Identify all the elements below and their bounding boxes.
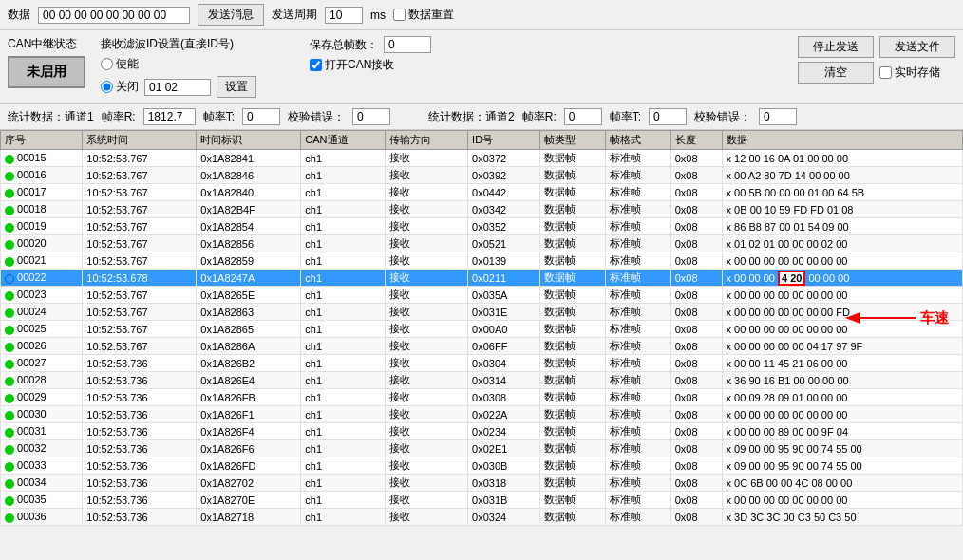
row-ts: 0x1A826F6 bbox=[197, 440, 301, 457]
filter-value-input[interactable] bbox=[144, 79, 211, 96]
row-ch: ch1 bbox=[301, 167, 386, 184]
table-row[interactable]: 0003310:52:53.7360x1A826FDch1接收0x030B数据帧… bbox=[1, 457, 963, 475]
stats2-frame-r-input[interactable] bbox=[564, 108, 602, 125]
table-row[interactable]: 0002110:52:53.7670x1A82859ch1接收0x0139数据帧… bbox=[1, 252, 963, 270]
stop-send-button[interactable]: 停止发送 bbox=[798, 36, 874, 58]
enable-radio[interactable] bbox=[101, 58, 113, 70]
table-row[interactable]: 0001710:52:53.7670x1A82840ch1接收0x0442数据帧… bbox=[1, 184, 963, 201]
table-row[interactable]: 0002410:52:53.7670x1A82863ch1接收0x031E数据帧… bbox=[1, 304, 963, 321]
row-ch: ch1 bbox=[301, 150, 386, 167]
table-row[interactable]: 0003410:52:53.7360x1A82702ch1接收0x0318数据帧… bbox=[1, 475, 963, 492]
table-row[interactable]: 0003110:52:53.7360x1A826F4ch1接收0x0234数据帧… bbox=[1, 423, 963, 440]
stats1-check-err-input[interactable] bbox=[352, 108, 390, 125]
col-len: 长度 bbox=[670, 131, 722, 150]
row-ftype: 数据帧 bbox=[540, 252, 606, 270]
table-row[interactable]: 0001910:52:53.7670x1A82854ch1接收0x0352数据帧… bbox=[1, 218, 963, 235]
table-row[interactable]: 0002610:52:53.7670x1A8286Ach1接收0x06FF数据帧… bbox=[1, 338, 963, 355]
set-filter-button[interactable]: 设置 bbox=[217, 76, 256, 98]
row-time: 10:52:53.767 bbox=[83, 218, 197, 235]
table-row[interactable]: 0003210:52:53.7360x1A826F6ch1接收0x02E1数据帧… bbox=[1, 440, 963, 457]
send-msg-button[interactable]: 发送消息 bbox=[198, 4, 264, 26]
table-row[interactable]: 0002810:52:53.7360x1A826E4ch1接收0x0314数据帧… bbox=[1, 372, 963, 389]
row-fformat: 标准帧 bbox=[605, 475, 670, 492]
row-dir: 接收 bbox=[386, 372, 468, 389]
row-ch: ch1 bbox=[301, 457, 386, 475]
table-row[interactable]: 0002910:52:53.7360x1A826FBch1接收0x0308数据帧… bbox=[1, 389, 963, 406]
row-len: 0x08 bbox=[670, 492, 722, 509]
period-input[interactable] bbox=[325, 7, 363, 24]
table-row[interactable]: 0001510:52:53.7670x1A82841ch1接收0x0372数据帧… bbox=[1, 150, 963, 167]
row-ch: ch1 bbox=[301, 184, 386, 201]
row-ftype: 数据帧 bbox=[540, 167, 606, 184]
row-len: 0x08 bbox=[670, 235, 722, 252]
row-dir: 接收 bbox=[386, 440, 468, 457]
row-seq: 00030 bbox=[1, 406, 83, 423]
row-ts: 0x1A826F1 bbox=[197, 406, 301, 423]
open-can-label[interactable]: 打开CAN接收 bbox=[310, 57, 394, 73]
stats2-check-err-label: 校验错误： bbox=[694, 109, 751, 125]
data-table-container: 序号 系统时间 时间标识 CAN通道 传输方向 ID号 帧类型 帧格式 长度 数… bbox=[0, 130, 963, 526]
table-row[interactable]: 0002310:52:53.7670x1A8265Ech1接收0x035A数据帧… bbox=[1, 287, 963, 304]
loop-checkbox[interactable] bbox=[393, 9, 406, 21]
row-len: 0x08 bbox=[670, 423, 722, 440]
row-len: 0x08 bbox=[670, 167, 722, 184]
can-status-button[interactable]: 未启用 bbox=[8, 56, 85, 88]
close-radio[interactable] bbox=[101, 81, 113, 93]
row-time: 10:52:53.767 bbox=[83, 252, 197, 270]
table-row[interactable]: 0001610:52:53.7670x1A82846ch1接收0x0392数据帧… bbox=[1, 167, 963, 184]
row-dir: 接收 bbox=[386, 389, 468, 406]
row-len: 0x08 bbox=[670, 304, 722, 321]
table-header-row: 序号 系统时间 时间标识 CAN通道 传输方向 ID号 帧类型 帧格式 长度 数… bbox=[1, 131, 963, 150]
row-id: 0x031E bbox=[468, 304, 540, 321]
addr-input[interactable] bbox=[38, 7, 190, 24]
clear-button[interactable]: 清空 bbox=[798, 62, 874, 84]
table-row[interactable]: 0002510:52:53.7670x1A82865ch1接收0x00A0数据帧… bbox=[1, 321, 963, 338]
loop-checkbox-label[interactable]: 数据重置 bbox=[393, 7, 454, 23]
table-row[interactable]: 0001810:52:53.7670x1A82B4Fch1接收0x0342数据帧… bbox=[1, 201, 963, 218]
row-ch: ch1 bbox=[301, 475, 386, 492]
realtime-save-checkbox[interactable] bbox=[879, 66, 892, 79]
stats2-frame-t-input[interactable] bbox=[649, 108, 687, 125]
row-len: 0x08 bbox=[670, 150, 722, 167]
row-ch: ch1 bbox=[301, 287, 386, 304]
row-dir: 接收 bbox=[386, 492, 468, 509]
row-dir: 接收 bbox=[386, 218, 468, 235]
table-row[interactable]: 0003610:52:53.7360x1A82718ch1接收0x0324数据帧… bbox=[1, 509, 963, 526]
data-prefix: x 00 00 00 bbox=[727, 272, 778, 284]
col-dir: 传输方向 bbox=[386, 131, 468, 150]
row-len: 0x08 bbox=[670, 201, 722, 218]
row-len: 0x08 bbox=[670, 338, 722, 355]
stats1-frame-t-input[interactable] bbox=[242, 108, 280, 125]
row-len: 0x08 bbox=[670, 389, 722, 406]
row-time: 10:52:53.736 bbox=[83, 355, 197, 372]
row-ts: 0x1A82840 bbox=[197, 184, 301, 201]
row-ts: 0x1A82854 bbox=[197, 218, 301, 235]
row-ftype: 数据帧 bbox=[540, 150, 606, 167]
row-seq: 00033 bbox=[1, 457, 83, 475]
col-sys-time: 系统时间 bbox=[83, 131, 197, 150]
realtime-save-label[interactable]: 实时存储 bbox=[879, 65, 940, 81]
open-can-checkbox[interactable] bbox=[310, 59, 322, 71]
close-radio-label[interactable]: 关闭 bbox=[101, 79, 139, 95]
row-seq: 00031 bbox=[1, 423, 83, 440]
row-ftype: 数据帧 bbox=[540, 287, 606, 304]
row-ftype: 数据帧 bbox=[540, 423, 606, 440]
row-time: 10:52:53.767 bbox=[83, 150, 197, 167]
send-file-button[interactable]: 发送文件 bbox=[879, 36, 955, 58]
row-ch: ch1 bbox=[301, 440, 386, 457]
table-row[interactable]: 0002710:52:53.7360x1A826B2ch1接收0x0304数据帧… bbox=[1, 355, 963, 372]
table-row[interactable]: 0003010:52:53.7360x1A826F1ch1接收0x022A数据帧… bbox=[1, 406, 963, 423]
stats1-label: 统计数据：通道1 bbox=[8, 109, 94, 125]
table-row[interactable]: 0003510:52:53.7360x1A8270Ech1接收0x031B数据帧… bbox=[1, 492, 963, 509]
row-fformat: 标准帧 bbox=[605, 287, 670, 304]
row-ts: 0x1A826F4 bbox=[197, 423, 301, 440]
stats2-check-err-input[interactable] bbox=[759, 108, 797, 125]
table-row[interactable]: 0002010:52:53.7670x1A82856ch1接收0x0521数据帧… bbox=[1, 235, 963, 252]
row-ftype: 数据帧 bbox=[540, 406, 606, 423]
stats1-frame-r-label: 帧率R: bbox=[102, 109, 136, 125]
highlighted-data: 4 20 bbox=[778, 271, 805, 286]
save-frames-input[interactable] bbox=[384, 36, 431, 53]
table-row[interactable]: 0002210:52:53.6780x1A8247Ach1接收0x0211数据帧… bbox=[1, 270, 963, 287]
enable-radio-label[interactable]: 使能 bbox=[101, 56, 139, 72]
stats1-frame-r-input[interactable] bbox=[143, 108, 196, 125]
